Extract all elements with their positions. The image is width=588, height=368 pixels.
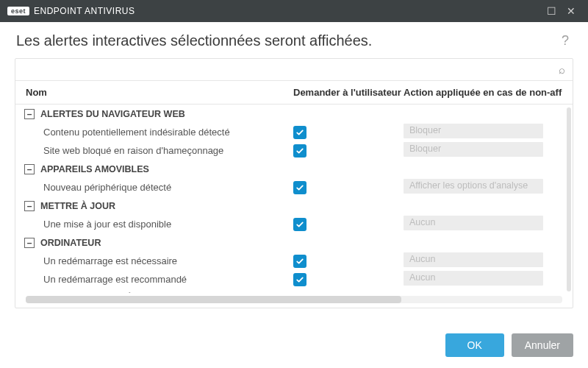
action-field[interactable]: Afficher les options d'analyse [404,179,543,194]
collapse-icon[interactable]: – [24,238,35,248]
table-row: Un redémarrage est nécessaireAucun [15,252,573,270]
group-row[interactable]: –ORDINATEUR [15,233,573,252]
close-icon[interactable]: ✕ [562,5,581,17]
table-row: Une mise à jour est disponibleAucun [15,215,573,233]
collapse-icon[interactable]: – [24,293,35,294]
footer: OK Annuler [0,322,588,368]
ask-user-checkbox[interactable] [293,255,306,268]
col-header-name[interactable]: Nom [15,87,293,98]
action-field[interactable]: Bloquer [404,142,543,157]
item-label: Contenu potentiellement indésirable déte… [15,127,293,138]
collapse-icon[interactable]: – [24,109,35,119]
alerts-panel: ⌕ Nom Demander à l'utilisateur Action ap… [15,58,573,308]
action-field[interactable]: Bloquer [404,124,543,138]
collapse-icon[interactable]: – [24,164,35,174]
maximize-icon[interactable]: ☐ [542,5,562,17]
horizontal-scrollbar-thumb[interactable] [26,296,401,303]
search-icon[interactable]: ⌕ [551,63,573,76]
ask-user-checkbox[interactable] [293,126,306,139]
horizontal-scrollbar[interactable] [26,296,562,303]
table-row: Site web bloqué en raison d'hameçonnageB… [15,141,573,160]
group-row[interactable]: –ALERTES DU NAVIGATEUR WEB [15,105,573,123]
ask-user-checkbox[interactable] [293,144,306,158]
brand-badge: eset [7,7,29,15]
group-label: PROTECTION DU RÉSEAU [40,293,157,294]
item-label: Nouveau périphérique détecté [15,182,293,193]
table-header: Nom Demander à l'utilisateur Action appl… [15,81,573,105]
product-title: ENDPOINT ANTIVIRUS [34,6,135,16]
search-input[interactable] [15,61,551,78]
ask-user-checkbox[interactable] [293,218,306,231]
search-row: ⌕ [15,59,573,81]
action-field[interactable]: Aucun [404,271,543,286]
table-row: Un redémarrage est recommandéAucun [15,270,573,289]
page-header: Les alertes interactives sélectionnées s… [0,22,588,58]
item-label: Une mise à jour est disponible [15,219,293,230]
item-label: Un redémarrage est nécessaire [15,255,293,266]
ok-button[interactable]: OK [445,333,504,357]
cancel-button[interactable]: Annuler [512,333,573,357]
group-row[interactable]: –METTRE À JOUR [15,197,573,215]
table-row: Nouveau périphérique détectéAfficher les… [15,178,573,197]
group-label: METTRE À JOUR [40,201,115,211]
help-icon[interactable]: ? [559,33,572,49]
group-row[interactable]: –APPAREILS AMOVIBLES [15,160,573,178]
item-label: Un redémarrage est recommandé [15,274,293,285]
ask-user-checkbox[interactable] [293,181,306,194]
titlebar: eset ENDPOINT ANTIVIRUS ☐ ✕ [0,0,588,22]
action-field[interactable]: Aucun [404,216,543,230]
item-label: Site web bloqué en raison d'hameçonnage [15,145,293,156]
action-field[interactable]: Aucun [404,252,543,267]
group-label: ALERTES DU NAVIGATEUR WEB [40,109,185,119]
group-label: APPAREILS AMOVIBLES [40,164,149,174]
page-title: Les alertes interactives sélectionnées s… [16,32,559,49]
group-row[interactable]: –PROTECTION DU RÉSEAU [15,289,573,293]
collapse-icon[interactable]: – [24,201,35,211]
vertical-scrollbar[interactable] [567,107,571,291]
table-body: –ALERTES DU NAVIGATEUR WEBContenu potent… [15,105,573,293]
col-header-ask[interactable]: Demander à l'utilisateur [293,87,404,98]
table-row: Contenu potentiellement indésirable déte… [15,123,573,141]
group-label: ORDINATEUR [40,238,101,248]
ask-user-checkbox[interactable] [293,273,306,286]
col-header-action[interactable]: Action appliquée en cas de non-aff [404,87,573,98]
